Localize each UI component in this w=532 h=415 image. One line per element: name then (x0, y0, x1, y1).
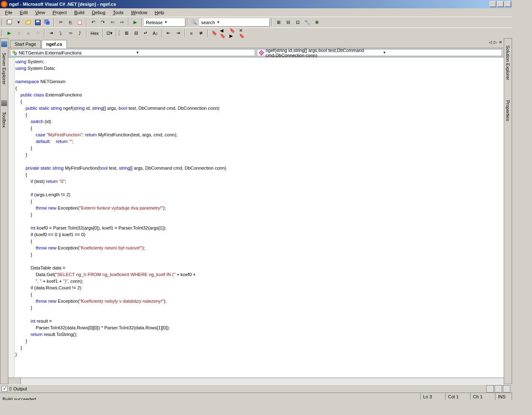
toolbox-tab[interactable]: Toolbox (1, 109, 7, 131)
menu-tools[interactable]: Tools (110, 9, 127, 16)
statusbar: Build succeeded Ln 3 Col 1 Ch 1 INS (0, 393, 512, 400)
stop-button[interactable]: ■ (24, 29, 33, 38)
word-wrap-button[interactable]: ↵ (141, 29, 150, 38)
bookmark-next-button[interactable]: 🔖▶ (229, 29, 238, 38)
svg-rect-3 (36, 20, 39, 22)
object-browser-button[interactable]: ⊡ (293, 18, 302, 27)
tab-nav-left-icon[interactable]: ◁ (489, 40, 492, 44)
output-separator: ▯ (9, 386, 12, 391)
uncomment-button[interactable]: ≢ (197, 29, 206, 38)
text-tool2-button[interactable]: ⊟ (132, 29, 141, 38)
outlining-gutter[interactable] (8, 57, 15, 378)
output-label[interactable]: Output (13, 386, 27, 391)
restart-button[interactable]: ⟳ (33, 29, 42, 38)
status-line: Ln 3 (421, 393, 446, 400)
class-view-button[interactable]: ⊕ (312, 18, 321, 27)
output-tool3-icon[interactable] (503, 385, 510, 393)
cut-button[interactable]: ✂ (56, 18, 65, 27)
new-project-button[interactable] (5, 18, 14, 27)
menubar: File Edit View Project Build Debug Tools… (0, 8, 512, 17)
menu-window[interactable]: Window (128, 9, 150, 16)
close-button[interactable]: ✕ (505, 1, 511, 7)
paste-button[interactable]: 📋 (75, 18, 84, 27)
hex-button[interactable]: Hex (89, 29, 101, 38)
svg-rect-1 (7, 20, 12, 24)
find-icon[interactable]: 🔍 (190, 18, 199, 27)
status-empty1 (392, 393, 421, 400)
step-out-button[interactable]: ⤴ (75, 29, 84, 38)
method-icon (259, 50, 264, 55)
menu-debug[interactable]: Debug (89, 9, 108, 16)
server-explorer-tab[interactable]: Server Explorer (1, 49, 7, 88)
redo-button[interactable]: ↷ (98, 18, 107, 27)
font-size-button[interactable]: A↕ (151, 29, 160, 38)
window-title: ngef - Microsoft Visual C# .NET [design]… (9, 2, 490, 7)
split-handle[interactable] (8, 378, 21, 384)
properties-tab[interactable]: Properties (505, 97, 511, 124)
task-list-icon[interactable]: ✓ (2, 386, 7, 392)
undo-button[interactable]: ↶ (89, 18, 98, 27)
copy-button[interactable]: ⎘ (66, 18, 75, 27)
standard-toolbar: ▾ ✂ ⎘ 📋 ↶ ↷ ⇦ ⇨ ▶ Release▼ 🔍 search▼ ⊞ ⊟… (0, 17, 512, 27)
indent-more-button[interactable]: ⇥ (174, 29, 183, 38)
bookmark-toggle-button[interactable]: 🔖 (210, 29, 219, 38)
titlebar: ngef - Microsoft Visual C# .NET [design]… (0, 0, 512, 8)
app-icon (1, 1, 7, 7)
open-button[interactable] (24, 18, 33, 27)
new-item-button[interactable]: ▾ (14, 18, 23, 27)
properties-button[interactable]: ⊟ (283, 18, 293, 27)
save-button[interactable] (33, 18, 42, 27)
output-tool2-icon[interactable] (495, 385, 502, 393)
continue-button[interactable]: ▶ (5, 29, 14, 38)
code-text-area[interactable]: using System;using System.Data; namespac… (15, 57, 504, 378)
tab-close-icon[interactable]: ✕ (499, 40, 502, 44)
right-dock: Solution Explorer Properties (504, 38, 512, 384)
restore-button[interactable]: ❐ (497, 1, 504, 7)
svg-rect-8 (259, 50, 264, 55)
output-tool1-icon[interactable] (486, 385, 494, 393)
text-tool1-button[interactable]: ⊞ (122, 29, 131, 38)
solution-explorer-tab[interactable]: Solution Explorer (505, 42, 511, 84)
toolbar-grip[interactable] (118, 29, 121, 38)
menu-view[interactable]: View (32, 9, 49, 16)
menu-build[interactable]: Build (71, 9, 88, 16)
member-dropdown[interactable]: ngef(string id,string[] args,bool test,D… (257, 49, 502, 56)
tab-start-page[interactable]: Start Page (10, 40, 41, 48)
toolbar-grip[interactable] (1, 29, 3, 38)
step-into-button[interactable]: ⤵ (56, 29, 65, 38)
nav-forward-button[interactable]: ⇨ (117, 18, 126, 27)
show-next-button[interactable]: ➜ (47, 29, 56, 38)
bookmark-clear-button[interactable]: ✕🔖 (239, 29, 248, 38)
tab-nav-right-icon[interactable]: ▷ (494, 40, 497, 44)
indent-less-button[interactable]: ⇤ (164, 29, 173, 38)
minimize-button[interactable]: _ (490, 1, 496, 7)
solution-explorer-button[interactable]: ⊞ (274, 18, 283, 27)
nav-back-button[interactable]: ⇦ (108, 18, 117, 27)
document-tabstrip: Start Page ngef.cs ◁ ▷ ✕ (8, 38, 504, 48)
code-editor[interactable]: using System;using System.Data; namespac… (8, 57, 504, 378)
pause-button[interactable]: ⏸ (14, 29, 23, 38)
menu-file[interactable]: File (2, 9, 16, 16)
find-dropdown[interactable]: search▼ (199, 18, 270, 27)
status-ch: Ch 1 (470, 393, 495, 400)
bookmark-prev-button[interactable]: ◀🔖 (219, 29, 229, 38)
save-all-button[interactable] (43, 18, 52, 27)
class-icon (12, 50, 17, 55)
menu-help[interactable]: Help (151, 9, 167, 16)
server-explorer-icon[interactable] (1, 41, 7, 47)
horizontal-scrollbar[interactable] (8, 378, 504, 384)
configuration-dropdown[interactable]: Release▼ (144, 18, 185, 27)
member-dropdown-label: ngef(string id,string[] args,bool test,D… (266, 48, 383, 58)
comment-button[interactable]: ≡ (187, 29, 196, 38)
menu-edit[interactable]: Edit (17, 9, 31, 16)
step-over-button[interactable]: ⤼ (66, 29, 75, 38)
toolbox-icon[interactable] (1, 100, 7, 106)
tab-ngef-cs[interactable]: ngef.cs (42, 40, 67, 48)
menu-project[interactable]: Project (49, 9, 70, 16)
start-button[interactable]: ▶ (131, 18, 140, 27)
breakpoints-button[interactable]: ⊡▾ (105, 29, 114, 38)
class-dropdown[interactable]: NETGenium.ExternalFunctions ▼ (10, 49, 255, 56)
navigation-bar: NETGenium.ExternalFunctions ▼ ngef(strin… (8, 48, 504, 57)
toolbox-button[interactable]: 🔧 (303, 18, 312, 27)
toolbar-grip[interactable] (1, 18, 3, 27)
